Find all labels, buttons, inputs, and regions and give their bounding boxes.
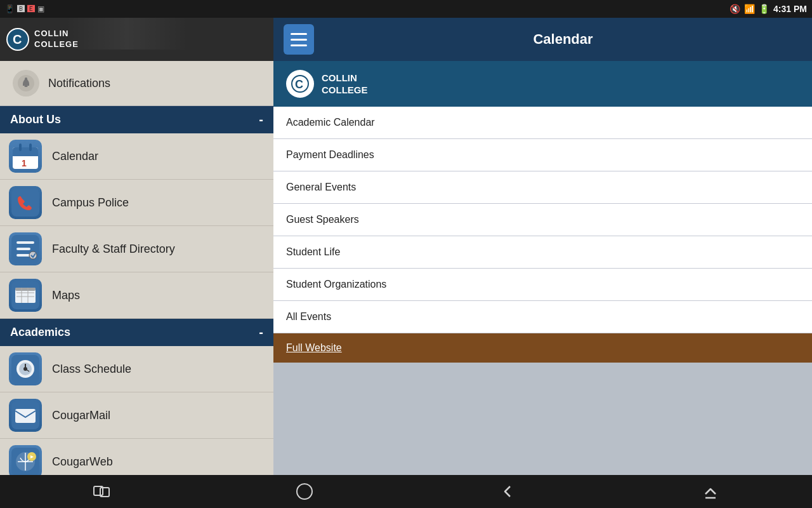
status-right: 🔇 📶 🔋 4:31 PM <box>730 4 807 14</box>
svg-rect-8 <box>19 144 22 151</box>
wifi-icon: 📶 <box>744 4 755 14</box>
app-icon-3: 🅴 <box>27 4 35 13</box>
calendar-list: Academic Calendar Payment Deadlines Gene… <box>273 107 812 333</box>
section-about-us-toggle[interactable]: - <box>259 112 263 127</box>
svg-rect-9 <box>29 144 32 151</box>
section-academics[interactable]: Academics - <box>0 319 273 346</box>
sidebar-item-calendar[interactable]: 1 Calendar <box>0 133 273 180</box>
svg-rect-25 <box>15 409 36 423</box>
sidebar-item-class-schedule-label: Class Schedule <box>52 363 131 376</box>
app-icon-2: 🅱 <box>17 4 25 13</box>
sidebar-item-calendar-label: Calendar <box>52 150 98 163</box>
sidebar-item-class-schedule[interactable]: Class Schedule <box>0 346 273 392</box>
hamburger-line-2 <box>291 39 307 41</box>
hamburger-line-3 <box>291 44 307 46</box>
svg-rect-7 <box>13 152 38 156</box>
content-logo-icon: C <box>286 70 314 98</box>
sidebar-item-cougar-mail-label: CougarMail <box>52 409 110 422</box>
full-website-link[interactable]: Full Website <box>286 342 342 353</box>
hamburger-line-1 <box>291 33 307 35</box>
status-bar: 📱 🅱 🅴 ▣ 🔇 📶 🔋 4:31 PM <box>0 0 812 18</box>
maps-icon <box>9 279 42 312</box>
class-schedule-icon <box>9 352 42 385</box>
calendar-item-student-life[interactable]: Student Life <box>273 236 812 269</box>
collin-logo-bar: C COLLIN COLLEGE <box>273 61 812 107</box>
svg-text:C: C <box>295 78 303 91</box>
calendar-item-payment-deadlines[interactable]: Payment Deadlines <box>273 139 812 171</box>
content-logo-text: COLLIN COLLEGE <box>322 72 368 97</box>
calendar-icon: 1 <box>9 140 42 173</box>
full-website-bar[interactable]: Full Website <box>273 333 812 363</box>
notifications-label: Notifications <box>48 77 110 90</box>
sidebar-logo-icon: C <box>6 28 29 51</box>
page-title-area: Calendar <box>324 31 802 48</box>
battery-icon: 🔋 <box>759 4 769 14</box>
mute-icon: 🔇 <box>730 4 740 14</box>
svg-rect-13 <box>16 241 34 244</box>
sidebar-header: C COLLIN COLLEGE <box>0 18 273 61</box>
back-button[interactable] <box>497 481 518 502</box>
sidebar-item-faculty-directory[interactable]: Faculty & Staff Directory <box>0 226 273 272</box>
sidebar-item-campus-police[interactable]: Campus Police <box>0 180 273 226</box>
sidebar-item-cougar-web-label: CougarWeb <box>52 455 113 469</box>
sidebar-item-maps[interactable]: Maps <box>0 272 273 319</box>
sidebar-item-faculty-directory-label: Faculty & Staff Directory <box>52 243 175 256</box>
section-academics-toggle[interactable]: - <box>259 325 263 340</box>
page-title: Calendar <box>533 31 593 47</box>
sidebar-item-maps-label: Maps <box>52 289 80 302</box>
calendar-item-academic-calendar[interactable]: Academic Calendar <box>273 107 812 139</box>
main-container: C COLLIN COLLEGE <box>0 18 812 508</box>
section-about-us-label: About Us <box>10 113 61 126</box>
calendar-item-student-organizations[interactable]: Student Organizations <box>273 269 812 301</box>
phone-icon <box>9 186 42 219</box>
svg-rect-19 <box>15 288 36 291</box>
section-academics-label: Academics <box>10 326 70 339</box>
svg-point-34 <box>297 484 312 499</box>
calendar-item-all-events[interactable]: All Events <box>273 301 812 333</box>
status-time: 4:31 PM <box>773 4 807 14</box>
sidebar: C COLLIN COLLEGE <box>0 18 273 508</box>
calendar-item-general-events[interactable]: General Events <box>273 171 812 204</box>
status-left: 📱 🅱 🅴 ▣ <box>5 4 44 13</box>
svg-rect-11 <box>11 189 39 217</box>
cougar-web-icon <box>9 445 42 478</box>
directory-icon <box>9 232 42 265</box>
app-icon-4: ▣ <box>37 4 44 13</box>
content-header: Calendar <box>273 18 812 61</box>
bottom-nav-bar <box>0 475 812 508</box>
svg-text:C: C <box>13 32 22 46</box>
notifications-icon <box>13 70 39 97</box>
hamburger-menu-button[interactable] <box>284 24 314 55</box>
svg-point-4 <box>25 77 27 80</box>
calendar-item-guest-speakers[interactable]: Guest Speakers <box>273 204 812 236</box>
up-button[interactable] <box>700 481 721 502</box>
mail-icon <box>9 399 42 432</box>
home-button[interactable] <box>294 481 315 502</box>
app-icon-bsu: 📱 <box>5 4 15 13</box>
section-about-us[interactable]: About Us - <box>0 106 273 133</box>
svg-rect-3 <box>25 86 28 87</box>
sidebar-item-cougar-mail[interactable]: CougarMail <box>0 392 273 439</box>
svg-rect-14 <box>16 248 30 250</box>
content-area: Calendar C COLLIN COLLEGE Academic Calen… <box>273 18 812 508</box>
svg-text:1: 1 <box>22 158 27 168</box>
recent-apps-button[interactable] <box>91 481 112 502</box>
sidebar-item-campus-police-label: Campus Police <box>52 196 129 210</box>
notifications-row[interactable]: Notifications <box>0 61 273 106</box>
